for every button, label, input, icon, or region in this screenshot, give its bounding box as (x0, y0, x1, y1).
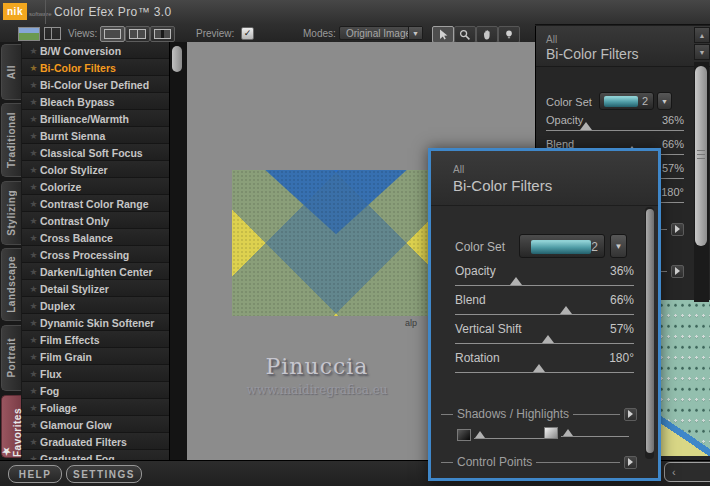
tab-landscape[interactable]: Landscape (1, 248, 21, 321)
triangle-right-icon (628, 410, 633, 418)
filter-item[interactable]: ★Graduated Filters (22, 433, 169, 450)
filter-item[interactable]: ★Cross Processing (22, 246, 169, 263)
filter-item[interactable]: ★Color Stylizer (22, 161, 169, 178)
slider-knob[interactable] (475, 431, 485, 438)
tab-stylizing[interactable]: Stylizing (1, 181, 21, 245)
slider-track[interactable] (455, 343, 634, 344)
view-single-button[interactable] (100, 26, 125, 42)
zoom-tool-button[interactable] (454, 26, 476, 43)
image-thumbnail-icon[interactable] (18, 27, 40, 41)
panel-layout-icon[interactable] (44, 27, 61, 40)
star-icon: ★ (27, 199, 40, 209)
color-set-dropdown-button[interactable]: ▼ (610, 234, 627, 258)
filter-item[interactable]: ★Film Effects (22, 331, 169, 348)
filter-item[interactable]: ★Bleach Bypass (22, 93, 169, 110)
slider-knob[interactable] (542, 335, 554, 343)
preview-image[interactable] (232, 170, 440, 316)
filter-item[interactable]: ★B/W Conversion (22, 42, 169, 59)
scrollbar-thumb[interactable] (646, 209, 654, 453)
star-icon: ★ (27, 46, 40, 56)
expand-section-button[interactable] (671, 265, 684, 278)
filter-item[interactable]: ★Film Grain (22, 348, 169, 365)
scroll-up-button[interactable]: ▲ (694, 27, 710, 43)
expand-section-button[interactable] (671, 223, 684, 236)
expand-section-button[interactable] (624, 456, 637, 469)
preview-checkbox[interactable]: ✓ (241, 27, 254, 40)
color-set-swatch[interactable]: 2 (519, 234, 605, 258)
lightbulb-tool-button[interactable] (498, 26, 520, 43)
star-icon: ★ (27, 148, 40, 158)
select-tool-button[interactable] (432, 26, 454, 43)
filter-item[interactable]: ★Bi-Color User Defined (22, 76, 169, 93)
lightbulb-icon (503, 29, 515, 41)
app-title: Color Efex Pro™ 3.0 (54, 5, 172, 19)
filter-item[interactable]: ★Brilliance/Warmth (22, 110, 169, 127)
pan-tool-button[interactable] (476, 26, 498, 43)
slider-track[interactable] (455, 285, 634, 286)
filter-item[interactable]: ★Cross Balance (22, 229, 169, 246)
filter-item[interactable]: ★Darken/Lighten Center (22, 263, 169, 280)
chevron-left-icon: ‹ (672, 466, 676, 478)
filter-item[interactable]: ★Burnt Sienna (22, 127, 169, 144)
slider-track[interactable] (561, 436, 629, 437)
tab-portrait[interactable]: Portrait (1, 325, 21, 391)
filter-item[interactable]: ★Classical Soft Focus (22, 144, 169, 161)
panel-scrollbar[interactable] (645, 207, 654, 459)
vertical-shift-slider-row: Vertical Shift57% (455, 322, 634, 348)
filter-item[interactable]: ★Dynamic Skin Softener (22, 314, 169, 331)
tab-favorites[interactable]: ★ Favorites (1, 395, 21, 458)
slider-track[interactable] (455, 372, 634, 373)
color-set-dropdown-button[interactable]: ▼ (657, 92, 672, 110)
slider-knob[interactable] (563, 429, 573, 436)
filter-item[interactable]: ★Duplex (22, 297, 169, 314)
chevron-down-icon[interactable]: ▼ (408, 27, 422, 39)
slider-knob[interactable] (560, 306, 572, 314)
filter-item[interactable]: ★Flux (22, 365, 169, 382)
triangle-right-icon (675, 225, 680, 233)
tab-all[interactable]: All (1, 44, 21, 100)
star-icon: ★ (27, 250, 40, 260)
filter-item[interactable]: ★Fog (22, 382, 169, 399)
filter-item[interactable]: ★Colorize (22, 178, 169, 195)
star-icon: ★ (27, 386, 40, 396)
filter-item-selected[interactable]: ★Bi-Color Filters (22, 59, 169, 76)
teal-gradient-swatch (531, 240, 591, 254)
filter-item[interactable]: ★Foliage (22, 399, 169, 416)
shadows-mini-slider (457, 429, 545, 451)
collapse-panel-button[interactable]: ‹ (664, 462, 710, 482)
color-set-swatch[interactable]: 2 (599, 92, 654, 110)
tab-traditional[interactable]: Traditional (1, 103, 21, 177)
control-points-section: Control Points (441, 455, 637, 469)
star-icon: ★ (27, 131, 40, 141)
scroll-down-button[interactable]: ▼ (694, 44, 710, 60)
watermark-url: www.maidiregrafica.eu (227, 383, 407, 397)
view-sidebyside-button[interactable] (150, 26, 175, 42)
view-split-button[interactable] (125, 26, 150, 42)
filter-list-scrollbar[interactable] (169, 42, 183, 460)
scrollbar-thumb[interactable] (695, 66, 707, 246)
filter-item[interactable]: ★Glamour Glow (22, 416, 169, 433)
slider-track[interactable] (455, 314, 634, 315)
filter-item[interactable]: ★Contrast Only (22, 212, 169, 229)
magnifier-icon (459, 29, 471, 41)
slider-track[interactable] (474, 438, 548, 439)
star-icon: ★ (27, 352, 40, 362)
slider-knob[interactable] (580, 122, 592, 130)
settings-button[interactable]: SETTINGS (66, 465, 142, 483)
star-icon: ★ (27, 97, 40, 107)
floating-filter-panel[interactable]: All Bi-Color Filters Color Set 2 ▼ Opaci… (428, 148, 661, 481)
filter-item[interactable]: ★Detail Stylizer (22, 280, 169, 297)
panel-header: All Bi-Color Filters (536, 26, 710, 67)
panel-scrollbar[interactable] (694, 62, 709, 302)
chevron-down-icon: ▼ (615, 242, 623, 251)
scrollbar-thumb[interactable] (172, 46, 182, 72)
help-button[interactable]: HELP (8, 465, 62, 483)
slider-knob[interactable] (533, 364, 545, 372)
panel-header: All Bi-Color Filters (431, 151, 658, 206)
star-icon: ★ (1, 446, 12, 458)
modes-dropdown[interactable]: Original Image▼ (339, 26, 423, 40)
filter-item[interactable]: ★Contrast Color Range (22, 195, 169, 212)
slider-knob[interactable] (510, 277, 522, 285)
expand-section-button[interactable] (624, 408, 637, 421)
slider-track[interactable] (546, 130, 684, 131)
